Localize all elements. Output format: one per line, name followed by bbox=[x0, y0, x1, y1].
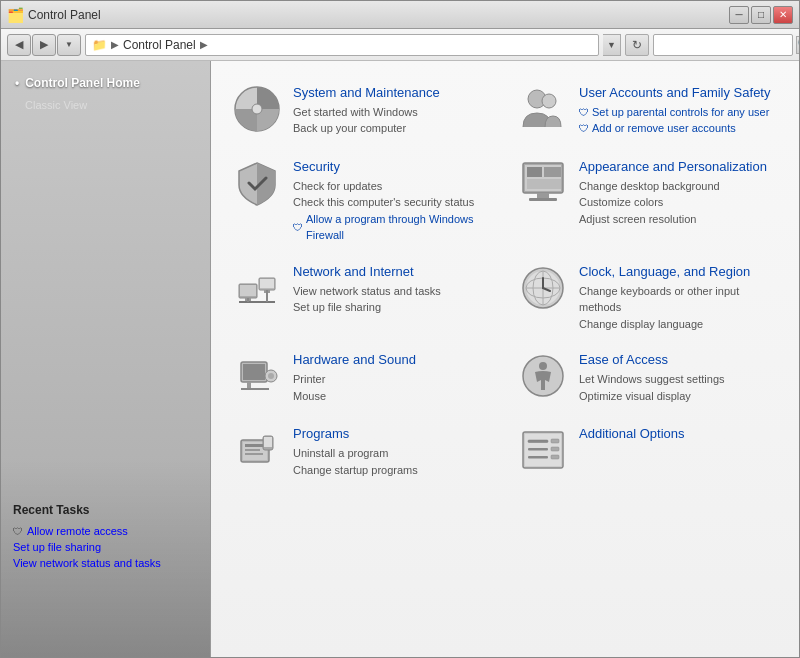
svg-rect-49 bbox=[551, 447, 559, 451]
panel-user-accounts[interactable]: User Accounts and Family Safety 🛡 Set up… bbox=[513, 77, 783, 147]
panel-appearance[interactable]: Appearance and Personalization Change de… bbox=[513, 151, 783, 252]
svg-rect-8 bbox=[527, 179, 561, 189]
hardware-title[interactable]: Hardware and Sound bbox=[293, 352, 491, 369]
hardware-link-0[interactable]: Printer bbox=[293, 371, 491, 388]
panel-network[interactable]: Network and Internet View network status… bbox=[227, 256, 497, 340]
panel-ease-access[interactable]: Ease of Access Let Windows suggest setti… bbox=[513, 344, 783, 414]
programs-text: Programs Uninstall a program Change star… bbox=[293, 426, 491, 478]
svg-rect-6 bbox=[527, 167, 542, 177]
main-container: Control Panel Home Classic View Recent T… bbox=[1, 61, 799, 658]
clock-link-1[interactable]: Change display language bbox=[579, 316, 777, 333]
shield-icon-2: 🛡 bbox=[293, 220, 303, 235]
back-button[interactable]: ◀ bbox=[7, 34, 31, 56]
additional-options-icon bbox=[519, 426, 567, 474]
title-bar: 🗂️ Control Panel ─ □ ✕ bbox=[1, 1, 799, 29]
search-button[interactable]: 🔍 bbox=[796, 36, 800, 54]
svg-rect-29 bbox=[243, 364, 265, 380]
path-end-arrow: ▶ bbox=[200, 39, 208, 50]
security-title[interactable]: Security bbox=[293, 159, 491, 176]
recent-task-file-sharing[interactable]: Set up file sharing bbox=[13, 539, 198, 555]
panel-hardware[interactable]: Hardware and Sound Printer Mouse bbox=[227, 344, 497, 414]
recent-task-1-label: Set up file sharing bbox=[13, 541, 101, 553]
network-link-1[interactable]: Set up file sharing bbox=[293, 299, 491, 316]
system-maintenance-link-1[interactable]: Back up your computer bbox=[293, 120, 491, 137]
additional-options-title[interactable]: Additional Options bbox=[579, 426, 777, 443]
svg-point-33 bbox=[268, 373, 274, 379]
svg-rect-38 bbox=[245, 444, 265, 447]
recent-tasks-title: Recent Tasks bbox=[13, 503, 198, 517]
svg-point-3 bbox=[542, 94, 556, 108]
svg-rect-10 bbox=[529, 198, 557, 201]
shield-icon-0: 🛡 bbox=[579, 105, 589, 120]
appearance-title[interactable]: Appearance and Personalization bbox=[579, 159, 777, 176]
recent-task-2-label: View network status and tasks bbox=[13, 557, 161, 569]
security-blue-link-0[interactable]: 🛡 Allow a program through Windows Firewa… bbox=[293, 211, 491, 244]
hardware-link-1[interactable]: Mouse bbox=[293, 388, 491, 405]
svg-rect-30 bbox=[247, 382, 251, 388]
close-button[interactable]: ✕ bbox=[773, 6, 793, 24]
svg-rect-51 bbox=[551, 455, 559, 459]
panel-security[interactable]: Security Check for updates Check this co… bbox=[227, 151, 497, 252]
system-maintenance-title[interactable]: System and Maintenance bbox=[293, 85, 491, 102]
sidebar: Control Panel Home Classic View Recent T… bbox=[1, 61, 211, 658]
appearance-link-1[interactable]: Customize colors bbox=[579, 194, 777, 211]
panel-additional-options[interactable]: Additional Options bbox=[513, 418, 783, 488]
path-label: Control Panel bbox=[123, 38, 196, 52]
network-link-0[interactable]: View network status and tasks bbox=[293, 283, 491, 300]
clock-title[interactable]: Clock, Language, and Region bbox=[579, 264, 777, 281]
nav-buttons: ◀ ▶ ▼ bbox=[7, 34, 81, 56]
programs-icon bbox=[233, 426, 281, 474]
user-accounts-link-0[interactable]: 🛡 Set up parental controls for any user bbox=[579, 104, 777, 121]
network-title[interactable]: Network and Internet bbox=[293, 264, 491, 281]
programs-title[interactable]: Programs bbox=[293, 426, 491, 443]
title-bar-left: 🗂️ Control Panel bbox=[7, 7, 101, 23]
security-icon bbox=[233, 159, 281, 207]
svg-point-35 bbox=[539, 362, 547, 370]
user-accounts-title[interactable]: User Accounts and Family Safety bbox=[579, 85, 777, 102]
ease-access-link-1[interactable]: Optimize visual display bbox=[579, 388, 777, 405]
path-dropdown-button[interactable]: ▼ bbox=[603, 34, 621, 56]
panel-clock[interactable]: Clock, Language, and Region Change keybo… bbox=[513, 256, 783, 340]
ease-access-icon bbox=[519, 352, 567, 400]
user-accounts-text: User Accounts and Family Safety 🛡 Set up… bbox=[579, 85, 777, 137]
forward-button[interactable]: ▶ bbox=[32, 34, 56, 56]
maximize-button[interactable]: □ bbox=[751, 6, 771, 24]
hardware-icon bbox=[233, 352, 281, 400]
ease-access-link-0[interactable]: Let Windows suggest settings bbox=[579, 371, 777, 388]
appearance-link-0[interactable]: Change desktop background bbox=[579, 178, 777, 195]
ease-access-title[interactable]: Ease of Access bbox=[579, 352, 777, 369]
address-path[interactable]: 📁 ▶ Control Panel ▶ bbox=[85, 34, 599, 56]
recent-task-0-label: Allow remote access bbox=[27, 525, 128, 537]
security-link-0[interactable]: Check for updates bbox=[293, 178, 491, 195]
user-accounts-link-1[interactable]: 🛡 Add or remove user accounts bbox=[579, 120, 777, 137]
security-link-1[interactable]: Check this computer's security status bbox=[293, 194, 491, 211]
minimize-button[interactable]: ─ bbox=[729, 6, 749, 24]
panel-system-maintenance[interactable]: System and Maintenance Get started with … bbox=[227, 77, 497, 147]
search-input[interactable] bbox=[658, 39, 796, 51]
programs-link-1[interactable]: Change startup programs bbox=[293, 462, 491, 479]
system-maintenance-link-0[interactable]: Get started with Windows bbox=[293, 104, 491, 121]
panel-grid: System and Maintenance Get started with … bbox=[227, 77, 783, 488]
svg-rect-12 bbox=[240, 285, 256, 296]
title-bar-controls: ─ □ ✕ bbox=[729, 6, 793, 24]
clock-link-0[interactable]: Change keyboards or other input methods bbox=[579, 283, 777, 316]
svg-rect-31 bbox=[241, 388, 269, 390]
network-icon bbox=[233, 264, 281, 312]
clock-icon bbox=[519, 264, 567, 312]
programs-link-0[interactable]: Uninstall a program bbox=[293, 445, 491, 462]
recent-task-network-status[interactable]: View network status and tasks bbox=[13, 555, 198, 571]
svg-point-1 bbox=[252, 104, 262, 114]
sidebar-home-label: Control Panel Home bbox=[25, 76, 140, 90]
address-bar: ◀ ▶ ▼ 📁 ▶ Control Panel ▶ ▼ ↻ 🔍 bbox=[1, 29, 799, 61]
recent-task-allow-remote[interactable]: 🛡 Allow remote access bbox=[13, 523, 198, 539]
panel-programs[interactable]: Programs Uninstall a program Change star… bbox=[227, 418, 497, 488]
svg-rect-42 bbox=[264, 437, 272, 447]
svg-rect-48 bbox=[528, 448, 548, 451]
sidebar-item-home[interactable]: Control Panel Home bbox=[9, 73, 202, 93]
dropdown-nav-button[interactable]: ▼ bbox=[57, 34, 81, 56]
appearance-text: Appearance and Personalization Change de… bbox=[579, 159, 777, 227]
sidebar-item-classic-view[interactable]: Classic View bbox=[9, 97, 202, 113]
appearance-link-2[interactable]: Adjust screen resolution bbox=[579, 211, 777, 228]
svg-rect-40 bbox=[245, 453, 263, 455]
refresh-button[interactable]: ↻ bbox=[625, 34, 649, 56]
